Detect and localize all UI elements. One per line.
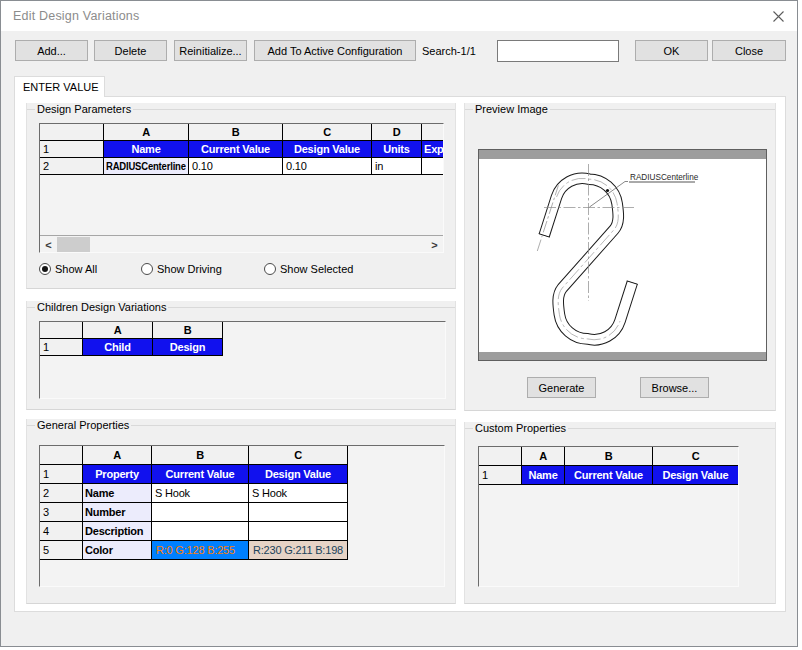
custom-properties-label: Custom Properties [473, 422, 568, 435]
scroll-left-icon[interactable]: < [40, 237, 57, 252]
column-header-C[interactable]: C [283, 124, 372, 141]
grid-cell[interactable]: in [372, 158, 422, 175]
grid-cell[interactable] [249, 522, 348, 541]
radio-show-all[interactable]: Show All [39, 263, 97, 275]
grid-cell[interactable]: Description [83, 522, 152, 541]
custom-properties-grid[interactable]: ABC1NameCurrent ValueDesign Value [478, 446, 739, 587]
grid-cell[interactable]: Name [522, 466, 565, 485]
grid-row: 2RADIUSCenterline0.100.10in [40, 158, 443, 175]
grid-cell[interactable]: S Hook [152, 484, 249, 503]
grid-cell[interactable]: Current Value [152, 465, 249, 484]
grid-header-row: AB [40, 322, 445, 339]
browse-button[interactable]: Browse... [640, 377, 709, 398]
design-parameters-group: Design Parameters ABCD1NameCurrent Value… [26, 103, 456, 289]
grid-cell[interactable]: Color [83, 541, 152, 560]
radio-circle-icon [141, 263, 153, 275]
delete-button[interactable]: Delete [94, 40, 167, 61]
grid-row: 1NameCurrent ValueDesign ValueUnitsExp [40, 141, 443, 158]
ok-button[interactable]: OK [635, 40, 708, 61]
grid-corner-cell[interactable] [40, 446, 83, 465]
grid-cell[interactable]: Number [83, 503, 152, 522]
show-filter-radios: Show All Show Driving Show Selected [27, 263, 455, 277]
row-header-2[interactable]: 2 [40, 158, 104, 175]
column-header-B[interactable]: B [565, 447, 653, 466]
grid-row: 1NameCurrent ValueDesign Value [479, 466, 738, 485]
grid-cell[interactable]: S Hook [249, 484, 348, 503]
grid-header-row: ABC [40, 446, 444, 465]
general-properties-label: General Properties [35, 419, 131, 432]
grid-row: 5ColorR:0 G:128 B:255R:230 G:211 B:198 [40, 541, 444, 560]
scrollbar-thumb[interactable] [57, 237, 90, 252]
radius-centerline-annotation: RADIUSCenterline [630, 173, 699, 182]
add-to-active-configuration-button[interactable]: Add To Active Configuration [254, 40, 416, 61]
grid-cell[interactable]: Exp [422, 141, 444, 158]
reinitialize-button[interactable]: Reinitialize... [174, 40, 247, 61]
search-input[interactable] [497, 40, 619, 62]
children-design-variations-group: Children Design Variations AB1ChildDesig… [26, 301, 456, 410]
tab-enter-value[interactable]: ENTER VALUE [14, 76, 105, 97]
generate-button[interactable]: Generate [527, 377, 596, 398]
scroll-right-icon[interactable]: > [426, 237, 443, 252]
row-header-2[interactable]: 2 [40, 484, 83, 503]
grid-cell[interactable]: Units [372, 141, 422, 158]
grid-cell[interactable]: Name [83, 484, 152, 503]
column-header-C[interactable]: C [653, 447, 739, 466]
grid-cell[interactable]: Current Value [189, 141, 283, 158]
column-header-A[interactable]: A [83, 322, 153, 339]
column-header-A[interactable]: A [83, 446, 152, 465]
grid-cell[interactable]: Current Value [565, 466, 653, 485]
grid-corner-cell[interactable] [479, 447, 522, 466]
grid-cell[interactable]: Design Value [249, 465, 348, 484]
children-grid[interactable]: AB1ChildDesign [39, 321, 446, 399]
column-header-clipped[interactable] [422, 124, 444, 141]
column-header-A[interactable]: A [104, 124, 189, 141]
grid-corner-cell[interactable] [40, 322, 83, 339]
design-parameters-grid[interactable]: ABCD1NameCurrent ValueDesign ValueUnitsE… [39, 123, 444, 253]
radio-show-driving[interactable]: Show Driving [141, 263, 222, 275]
s-hook-drawing: RADIUSCenterline [479, 159, 766, 352]
row-header-1[interactable]: 1 [40, 465, 83, 484]
tube-centerline [557, 178, 621, 339]
grid-cell[interactable]: Design [153, 339, 223, 356]
grid-corner-cell[interactable] [40, 124, 104, 141]
grid-cell[interactable]: Design Value [283, 141, 372, 158]
grid-cell[interactable] [152, 503, 249, 522]
add-button[interactable]: Add... [15, 40, 88, 61]
grid-cell[interactable]: Design Value [653, 466, 739, 485]
column-header-A[interactable]: A [522, 447, 565, 466]
row-header-3[interactable]: 3 [40, 503, 83, 522]
grid-cell[interactable]: 0.10 [283, 158, 372, 175]
grid-row: 2NameS HookS Hook [40, 484, 444, 503]
column-header-B[interactable]: B [153, 322, 223, 339]
grid-cell[interactable]: Name [104, 141, 189, 158]
column-header-C[interactable]: C [249, 446, 348, 465]
row-header-4[interactable]: 4 [40, 522, 83, 541]
leader-dot-icon [606, 189, 609, 192]
grid-cell[interactable]: R:230 G:211 B:198 [249, 541, 348, 560]
radio-show-selected[interactable]: Show Selected [264, 263, 353, 275]
horizontal-scrollbar[interactable]: < > [40, 235, 443, 252]
close-icon[interactable] [764, 3, 792, 29]
grid-cell[interactable]: R:0 G:128 B:255 [152, 541, 249, 560]
preview-image-frame: RADIUSCenterline [478, 149, 767, 361]
general-properties-grid[interactable]: ABC1PropertyCurrent ValueDesign Value2Na… [39, 445, 445, 587]
row-header-1[interactable]: 1 [40, 141, 104, 158]
row-header-5[interactable]: 5 [40, 541, 83, 560]
grid-cell[interactable]: 0.10 [189, 158, 283, 175]
grid-header-row: ABCD [40, 124, 443, 141]
title-bar: Edit Design Variations [1, 1, 797, 31]
grid-cell[interactable] [152, 522, 249, 541]
column-header-B[interactable]: B [189, 124, 283, 141]
children-design-variations-label: Children Design Variations [35, 301, 168, 314]
grid-cell[interactable] [249, 503, 348, 522]
column-header-D[interactable]: D [372, 124, 422, 141]
preview-image-canvas: RADIUSCenterline [479, 159, 766, 352]
grid-cell[interactable]: RADIUSCenterline [104, 158, 189, 175]
column-header-B[interactable]: B [152, 446, 249, 465]
row-header-1[interactable]: 1 [479, 466, 522, 485]
grid-cell[interactable]: Child [83, 339, 153, 356]
row-header-1[interactable]: 1 [40, 339, 83, 356]
grid-cell[interactable]: Property [83, 465, 152, 484]
close-button[interactable]: Close [712, 40, 786, 61]
grid-cell[interactable] [422, 158, 444, 175]
